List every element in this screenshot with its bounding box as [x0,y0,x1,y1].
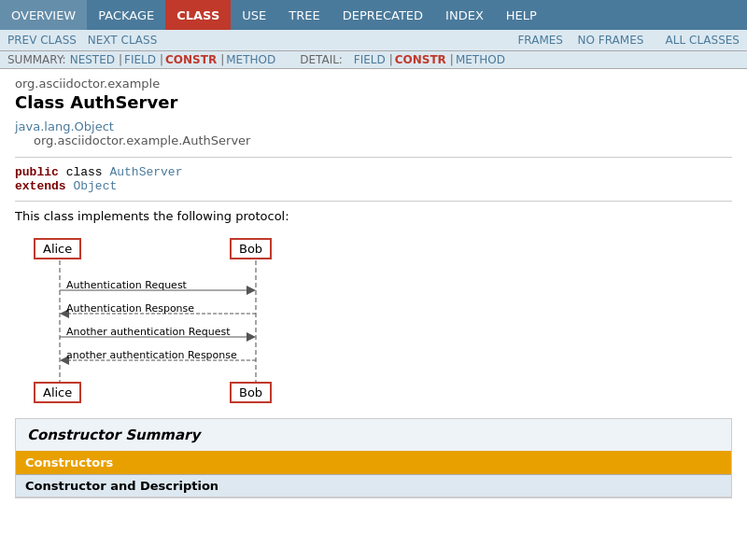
nav-deprecated[interactable]: DEPRECATED [331,0,434,30]
bob-bottom-label: Bob [239,385,262,399]
keyword-class: class [66,165,110,179]
summary-nested[interactable]: NESTED [70,53,115,66]
detail-method[interactable]: METHOD [456,53,505,66]
class-name-code: AuthServer [109,165,182,179]
constructor-table: Constructors Constructor and Description [16,451,731,497]
alice-top-box: Alice [34,238,81,259]
alice-bottom-box: Alice [34,382,81,403]
sep3 [647,34,661,47]
summary-constr[interactable]: CONSTR [165,53,217,66]
main-content: org.asciidoctor.example Class AuthServer… [0,69,747,506]
class-declaration: public class AuthServer extends Object [15,165,732,193]
sep1 [80,34,84,47]
nav-class[interactable]: CLASS [165,0,231,30]
summary-method[interactable]: METHOD [226,53,275,66]
bob-top-box: Bob [230,238,272,259]
bob-bottom-box: Bob [230,382,272,403]
msg1-label: Authentication Request [66,279,187,291]
nav-help[interactable]: HELP [495,0,548,30]
java-lang-object-link[interactable]: java.lang.Object [15,119,114,133]
class-title: Class AuthServer [15,92,732,112]
no-frames-link[interactable]: NO FRAMES [578,34,644,47]
svg-marker-3 [247,286,256,295]
class-description: This class implements the following prot… [15,209,732,223]
divider2 [15,201,732,202]
bob-top-label: Bob [239,242,262,256]
constructor-col-header-row: Constructor and Description [16,475,731,497]
constructor-summary-title: Constructor Summary [16,419,731,451]
nav-use[interactable]: USE [231,0,277,30]
extends-name: Object [73,179,117,193]
summary-nav: SUMMARY: NESTED | FIELD | CONSTR | METHO… [0,51,747,69]
second-nav: PREV CLASS NEXT CLASS FRAMES NO FRAMES A… [0,30,747,51]
constructor-header-cell: Constructors [16,451,731,475]
next-class-link[interactable]: NEXT CLASS [88,34,158,47]
top-nav: OVERVIEW PACKAGE CLASS USE TREE DEPRECAT… [0,0,747,30]
constructor-summary: Constructor Summary Constructors Constru… [15,418,732,498]
msg2-label: Authentication Response [66,302,194,315]
detail-label: DETAIL: [300,53,343,66]
nav-tree[interactable]: TREE [277,0,331,30]
nav-overview[interactable]: OVERVIEW [0,0,87,30]
all-classes-link[interactable]: ALL CLASSES [666,34,740,47]
frames-link[interactable]: FRAMES [517,34,563,47]
sequence-diagram: Alice Bob Authentication Request Authent… [15,234,304,407]
summary-label: SUMMARY: [7,53,66,66]
keyword-extends: extends [15,179,66,193]
constructor-col-header-cell: Constructor and Description [16,475,731,497]
inheritance-child: org.asciidoctor.example.AuthServer [34,133,732,147]
inheritance-tree: java.lang.Object org.asciidoctor.example… [15,119,732,147]
divider1 [15,157,732,158]
keyword-public: public [15,165,59,179]
nav-index[interactable]: INDEX [434,0,495,30]
svg-marker-7 [247,332,256,342]
summary-field[interactable]: FIELD [124,53,156,66]
package-name: org.asciidoctor.example [15,77,732,91]
nav-package[interactable]: PACKAGE [87,0,165,30]
sep2 [567,34,574,47]
constructor-header-row: Constructors [16,451,731,475]
detail-constr[interactable]: CONSTR [395,53,446,66]
msg4-label: another authentication Response [66,349,237,361]
alice-top-label: Alice [43,242,72,256]
msg3-label: Another authentication Request [66,326,230,338]
detail-field[interactable]: FIELD [354,53,386,66]
prev-class-link[interactable]: PREV CLASS [7,34,77,47]
alice-bottom-label: Alice [43,385,72,399]
